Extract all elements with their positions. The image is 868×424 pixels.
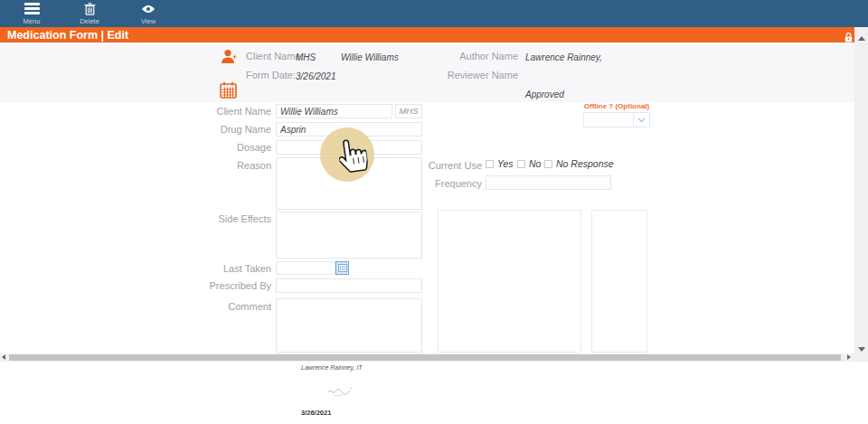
scroll-down-arrow-icon[interactable] bbox=[858, 347, 865, 352]
side-effects-textarea[interactable] bbox=[276, 212, 422, 259]
horizontal-scroll-thumb[interactable] bbox=[9, 354, 841, 361]
current-use-no-checkbox[interactable] bbox=[517, 160, 525, 168]
record-header bbox=[0, 42, 854, 102]
header-status-approved: Approved bbox=[525, 90, 564, 99]
current-use-yes-checkbox[interactable] bbox=[486, 160, 494, 168]
comment-field-label: Comment bbox=[190, 301, 271, 312]
footer-author-title: Lawrence Rainney, IT bbox=[301, 364, 363, 371]
header-form-date-label: Form Date: bbox=[246, 70, 296, 80]
medication-form-screen: Menu Delete View bbox=[0, 0, 868, 424]
scroll-left-arrow-icon[interactable] bbox=[2, 354, 5, 360]
date-picker-icon bbox=[338, 264, 347, 272]
scroll-up-arrow-icon[interactable] bbox=[858, 36, 865, 41]
header-client-org: MHS bbox=[296, 52, 316, 62]
prescribed-by-field-label: Prescribed By bbox=[190, 280, 271, 291]
view-button[interactable]: View bbox=[125, 2, 172, 26]
offline-optional-label: Offline ? (Optional) bbox=[583, 102, 650, 110]
footer-signed-date: 3/26/2021 bbox=[301, 409, 331, 417]
drug-name-field-label: Drug Name bbox=[190, 124, 271, 135]
right-panel-large-box bbox=[438, 210, 581, 353]
eye-icon bbox=[125, 2, 172, 15]
reason-field-label: Reason bbox=[190, 160, 271, 171]
current-use-noresponse-label: No Response bbox=[556, 158, 614, 169]
top-toolbar: Menu Delete View bbox=[0, 0, 868, 27]
header-author-value: Lawrence Rainney, bbox=[525, 52, 602, 62]
scroll-right-arrow-icon[interactable] bbox=[847, 354, 851, 360]
current-use-field-label: Current Use bbox=[401, 160, 482, 171]
frequency-input[interactable] bbox=[486, 175, 611, 190]
vertical-scrollbar[interactable] bbox=[854, 27, 868, 362]
client-name-field-label: Client Name bbox=[190, 106, 271, 117]
delete-button[interactable]: Delete bbox=[66, 2, 113, 26]
horizontal-scrollbar[interactable] bbox=[0, 353, 854, 362]
header-client-full-name: Willie Williams bbox=[341, 52, 399, 62]
current-use-noresponse-checkbox[interactable] bbox=[544, 160, 552, 168]
form-date-calendar-icon bbox=[220, 81, 237, 102]
dosage-field-label: Dosage bbox=[190, 142, 271, 153]
client-name-input[interactable] bbox=[276, 104, 392, 118]
header-form-date-value: 3/26/2021 bbox=[296, 71, 336, 81]
menu-label: Menu bbox=[8, 17, 55, 25]
right-panel-narrow-box bbox=[591, 210, 647, 353]
last-taken-field-label: Last Taken bbox=[190, 263, 271, 274]
form-title-bar: Medication Form | Edit bbox=[0, 27, 854, 42]
menu-button[interactable]: Menu bbox=[8, 2, 55, 26]
prescribed-by-input[interactable] bbox=[276, 278, 422, 293]
last-taken-calendar-button[interactable] bbox=[335, 261, 349, 275]
signature-scribble bbox=[326, 383, 354, 405]
trash-icon bbox=[66, 2, 113, 15]
current-use-no-label: No bbox=[529, 158, 541, 169]
header-reviewer-label: Reviewer Name bbox=[437, 70, 518, 80]
client-person-icon bbox=[220, 48, 238, 70]
chevron-down-icon bbox=[633, 113, 649, 127]
menu-icon bbox=[8, 2, 55, 15]
drug-name-input[interactable] bbox=[276, 122, 422, 137]
delete-label: Delete bbox=[66, 17, 113, 25]
page-title: Medication Form | Edit bbox=[7, 28, 128, 42]
view-label: View bbox=[125, 17, 172, 25]
side-effects-field-label: Side Effects bbox=[190, 213, 271, 224]
client-org-box: MHS bbox=[395, 104, 422, 118]
comment-textarea[interactable] bbox=[276, 298, 422, 353]
offline-select[interactable] bbox=[583, 112, 650, 127]
last-taken-input[interactable] bbox=[276, 261, 335, 275]
frequency-field-label: Frequency bbox=[401, 178, 482, 189]
current-use-yes-label: Yes bbox=[497, 158, 514, 169]
header-author-label: Author Name bbox=[437, 51, 518, 61]
dosage-input[interactable] bbox=[276, 140, 422, 155]
